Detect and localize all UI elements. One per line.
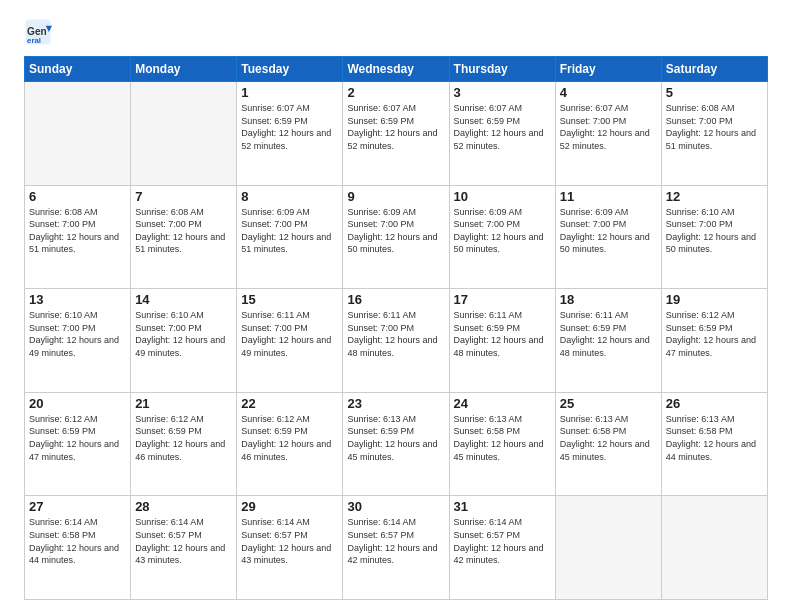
day-number: 28 [135, 499, 232, 514]
calendar-cell: 2Sunrise: 6:07 AM Sunset: 6:59 PM Daylig… [343, 82, 449, 186]
week-row-4: 27Sunrise: 6:14 AM Sunset: 6:58 PM Dayli… [25, 496, 768, 600]
day-number: 6 [29, 189, 126, 204]
day-number: 29 [241, 499, 338, 514]
day-number: 27 [29, 499, 126, 514]
cell-info: Sunrise: 6:14 AM Sunset: 6:58 PM Dayligh… [29, 516, 126, 566]
cell-info: Sunrise: 6:11 AM Sunset: 7:00 PM Dayligh… [241, 309, 338, 359]
cell-info: Sunrise: 6:09 AM Sunset: 7:00 PM Dayligh… [241, 206, 338, 256]
day-number: 2 [347, 85, 444, 100]
calendar-cell: 12Sunrise: 6:10 AM Sunset: 7:00 PM Dayli… [661, 185, 767, 289]
day-number: 22 [241, 396, 338, 411]
calendar-cell: 28Sunrise: 6:14 AM Sunset: 6:57 PM Dayli… [131, 496, 237, 600]
cell-info: Sunrise: 6:11 AM Sunset: 6:59 PM Dayligh… [560, 309, 657, 359]
day-number: 25 [560, 396, 657, 411]
day-number: 31 [454, 499, 551, 514]
cell-info: Sunrise: 6:07 AM Sunset: 7:00 PM Dayligh… [560, 102, 657, 152]
weekday-header-friday: Friday [555, 57, 661, 82]
calendar-table: SundayMondayTuesdayWednesdayThursdayFrid… [24, 56, 768, 600]
week-row-3: 20Sunrise: 6:12 AM Sunset: 6:59 PM Dayli… [25, 392, 768, 496]
cell-info: Sunrise: 6:07 AM Sunset: 6:59 PM Dayligh… [241, 102, 338, 152]
calendar-cell: 25Sunrise: 6:13 AM Sunset: 6:58 PM Dayli… [555, 392, 661, 496]
calendar-cell: 7Sunrise: 6:08 AM Sunset: 7:00 PM Daylig… [131, 185, 237, 289]
calendar-cell: 11Sunrise: 6:09 AM Sunset: 7:00 PM Dayli… [555, 185, 661, 289]
header: Gen eral [24, 18, 768, 46]
calendar-cell [131, 82, 237, 186]
calendar-cell [555, 496, 661, 600]
cell-info: Sunrise: 6:13 AM Sunset: 6:58 PM Dayligh… [454, 413, 551, 463]
week-row-2: 13Sunrise: 6:10 AM Sunset: 7:00 PM Dayli… [25, 289, 768, 393]
calendar-cell: 1Sunrise: 6:07 AM Sunset: 6:59 PM Daylig… [237, 82, 343, 186]
cell-info: Sunrise: 6:10 AM Sunset: 7:00 PM Dayligh… [29, 309, 126, 359]
day-number: 5 [666, 85, 763, 100]
calendar-cell: 18Sunrise: 6:11 AM Sunset: 6:59 PM Dayli… [555, 289, 661, 393]
day-number: 26 [666, 396, 763, 411]
day-number: 11 [560, 189, 657, 204]
cell-info: Sunrise: 6:10 AM Sunset: 7:00 PM Dayligh… [666, 206, 763, 256]
calendar-cell: 20Sunrise: 6:12 AM Sunset: 6:59 PM Dayli… [25, 392, 131, 496]
cell-info: Sunrise: 6:13 AM Sunset: 6:58 PM Dayligh… [666, 413, 763, 463]
logo: Gen eral [24, 18, 56, 46]
weekday-header-thursday: Thursday [449, 57, 555, 82]
weekday-header-saturday: Saturday [661, 57, 767, 82]
calendar-cell: 21Sunrise: 6:12 AM Sunset: 6:59 PM Dayli… [131, 392, 237, 496]
calendar-cell: 4Sunrise: 6:07 AM Sunset: 7:00 PM Daylig… [555, 82, 661, 186]
calendar-cell: 16Sunrise: 6:11 AM Sunset: 7:00 PM Dayli… [343, 289, 449, 393]
day-number: 30 [347, 499, 444, 514]
calendar-cell: 27Sunrise: 6:14 AM Sunset: 6:58 PM Dayli… [25, 496, 131, 600]
cell-info: Sunrise: 6:09 AM Sunset: 7:00 PM Dayligh… [560, 206, 657, 256]
calendar-cell: 31Sunrise: 6:14 AM Sunset: 6:57 PM Dayli… [449, 496, 555, 600]
calendar-cell: 14Sunrise: 6:10 AM Sunset: 7:00 PM Dayli… [131, 289, 237, 393]
day-number: 23 [347, 396, 444, 411]
day-number: 14 [135, 292, 232, 307]
weekday-header-tuesday: Tuesday [237, 57, 343, 82]
cell-info: Sunrise: 6:08 AM Sunset: 7:00 PM Dayligh… [29, 206, 126, 256]
calendar-cell: 24Sunrise: 6:13 AM Sunset: 6:58 PM Dayli… [449, 392, 555, 496]
svg-text:eral: eral [27, 36, 41, 45]
day-number: 10 [454, 189, 551, 204]
calendar-cell: 15Sunrise: 6:11 AM Sunset: 7:00 PM Dayli… [237, 289, 343, 393]
cell-info: Sunrise: 6:13 AM Sunset: 6:59 PM Dayligh… [347, 413, 444, 463]
day-number: 20 [29, 396, 126, 411]
calendar-cell: 22Sunrise: 6:12 AM Sunset: 6:59 PM Dayli… [237, 392, 343, 496]
day-number: 12 [666, 189, 763, 204]
cell-info: Sunrise: 6:09 AM Sunset: 7:00 PM Dayligh… [454, 206, 551, 256]
calendar-cell: 17Sunrise: 6:11 AM Sunset: 6:59 PM Dayli… [449, 289, 555, 393]
calendar-cell: 23Sunrise: 6:13 AM Sunset: 6:59 PM Dayli… [343, 392, 449, 496]
day-number: 7 [135, 189, 232, 204]
cell-info: Sunrise: 6:09 AM Sunset: 7:00 PM Dayligh… [347, 206, 444, 256]
cell-info: Sunrise: 6:14 AM Sunset: 6:57 PM Dayligh… [454, 516, 551, 566]
cell-info: Sunrise: 6:12 AM Sunset: 6:59 PM Dayligh… [29, 413, 126, 463]
week-row-1: 6Sunrise: 6:08 AM Sunset: 7:00 PM Daylig… [25, 185, 768, 289]
calendar-cell [25, 82, 131, 186]
calendar-cell: 29Sunrise: 6:14 AM Sunset: 6:57 PM Dayli… [237, 496, 343, 600]
calendar-cell: 26Sunrise: 6:13 AM Sunset: 6:58 PM Dayli… [661, 392, 767, 496]
calendar-cell: 9Sunrise: 6:09 AM Sunset: 7:00 PM Daylig… [343, 185, 449, 289]
cell-info: Sunrise: 6:12 AM Sunset: 6:59 PM Dayligh… [666, 309, 763, 359]
week-row-0: 1Sunrise: 6:07 AM Sunset: 6:59 PM Daylig… [25, 82, 768, 186]
weekday-header-sunday: Sunday [25, 57, 131, 82]
logo-icon: Gen eral [24, 18, 52, 46]
calendar-cell: 13Sunrise: 6:10 AM Sunset: 7:00 PM Dayli… [25, 289, 131, 393]
day-number: 13 [29, 292, 126, 307]
day-number: 4 [560, 85, 657, 100]
day-number: 16 [347, 292, 444, 307]
calendar-cell: 5Sunrise: 6:08 AM Sunset: 7:00 PM Daylig… [661, 82, 767, 186]
cell-info: Sunrise: 6:14 AM Sunset: 6:57 PM Dayligh… [347, 516, 444, 566]
day-number: 18 [560, 292, 657, 307]
cell-info: Sunrise: 6:13 AM Sunset: 6:58 PM Dayligh… [560, 413, 657, 463]
calendar-cell: 30Sunrise: 6:14 AM Sunset: 6:57 PM Dayli… [343, 496, 449, 600]
calendar-cell [661, 496, 767, 600]
cell-info: Sunrise: 6:11 AM Sunset: 6:59 PM Dayligh… [454, 309, 551, 359]
weekday-header-monday: Monday [131, 57, 237, 82]
cell-info: Sunrise: 6:07 AM Sunset: 6:59 PM Dayligh… [347, 102, 444, 152]
day-number: 15 [241, 292, 338, 307]
day-number: 19 [666, 292, 763, 307]
day-number: 8 [241, 189, 338, 204]
calendar-cell: 8Sunrise: 6:09 AM Sunset: 7:00 PM Daylig… [237, 185, 343, 289]
calendar-cell: 19Sunrise: 6:12 AM Sunset: 6:59 PM Dayli… [661, 289, 767, 393]
cell-info: Sunrise: 6:07 AM Sunset: 6:59 PM Dayligh… [454, 102, 551, 152]
day-number: 1 [241, 85, 338, 100]
cell-info: Sunrise: 6:14 AM Sunset: 6:57 PM Dayligh… [241, 516, 338, 566]
cell-info: Sunrise: 6:08 AM Sunset: 7:00 PM Dayligh… [666, 102, 763, 152]
cell-info: Sunrise: 6:14 AM Sunset: 6:57 PM Dayligh… [135, 516, 232, 566]
